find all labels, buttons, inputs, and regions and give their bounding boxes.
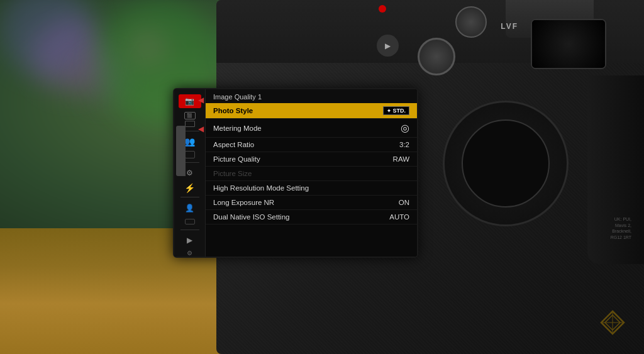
arrow-icon-1: ◀ (198, 96, 204, 104)
flash-icon: ⚡ (184, 183, 195, 193)
lvf-label: LVF (501, 22, 518, 31)
sidebar-divider-3 (180, 197, 199, 197)
diamond-watermark-icon (600, 310, 625, 335)
uk-regulatory-label: UK: PUI, Mavis 2, Bracknell, RG12 1RT (611, 216, 631, 241)
high-res-label: High Resolution Mode Setting (213, 184, 309, 192)
lens-mount-inner (462, 119, 550, 207)
std-star-icon: ✦ (387, 108, 391, 114)
aspect-ratio-value: 3:2 (399, 141, 409, 148)
sidebar-tab-flash[interactable]: ⚡ (179, 182, 201, 193)
frame-icon (185, 151, 195, 158)
metering-mode-value: ◎ (401, 122, 409, 134)
menu-item-aspect-ratio[interactable]: Aspect Ratio 3:2 (206, 138, 417, 152)
playback-button[interactable]: ▶ (377, 35, 399, 57)
setup-icon: ⚙ (187, 250, 192, 257)
play-icon: ▶ (187, 236, 192, 245)
image-icon: ⬛ (184, 112, 196, 119)
quality-icon (185, 121, 195, 127)
lcd-screen: 📷 ◀ ◀ ⬛ 👥 (173, 88, 418, 258)
dual-iso-label: Dual Native ISO Setting (213, 213, 289, 221)
menu-main-content: Image Quality 1 Photo Style ✦ STD. Meter… (206, 89, 417, 257)
photo-style-label: Photo Style (213, 107, 253, 114)
gear-icon: ⚙ (186, 169, 193, 177)
picture-quality-value: RAW (393, 155, 409, 163)
menu-title: Image Quality 1 (213, 93, 262, 101)
long-exposure-value: ON (399, 199, 409, 206)
screen-hinge (176, 126, 186, 176)
sidebar-subicons-2 (185, 151, 195, 158)
sidebar-arrows: ◀ ◀ (198, 96, 204, 133)
sidebar-tab-person[interactable]: 👤 (179, 201, 201, 215)
dual-iso-value: AUTO (389, 213, 409, 221)
menu-item-picture-quality[interactable]: Picture Quality RAW (206, 152, 417, 167)
menu-container: 📷 ◀ ◀ ⬛ 👥 (174, 89, 417, 257)
metering-mode-label: Metering Mode (213, 124, 262, 132)
menu-item-metering-mode[interactable]: Metering Mode ◎ (206, 119, 417, 138)
sidebar-divider-4 (180, 230, 199, 230)
sub-icon-extra (185, 219, 195, 224)
picture-size-label: Picture Size (213, 170, 252, 177)
photo-style-value: ✦ STD. (383, 106, 409, 115)
long-exposure-label: Long Exposure NR (213, 199, 274, 206)
aspect-ratio-label: Aspect Ratio (213, 141, 254, 148)
arrow-icon-2: ◀ (198, 124, 204, 133)
person-icon: 👤 (185, 204, 194, 213)
menu-item-dual-iso[interactable]: Dual Native ISO Setting AUTO (206, 210, 417, 224)
menu-item-picture-size: Picture Size (206, 167, 417, 181)
std-label: STD. (392, 108, 406, 114)
people-icon: 👥 (184, 136, 195, 147)
camera-icon: 📷 (185, 97, 194, 106)
menu-item-high-res[interactable]: High Resolution Mode Setting (206, 181, 417, 196)
metering-mode-icon: ◎ (401, 122, 409, 134)
mode-dial[interactable] (455, 6, 487, 38)
menu-item-photo-style[interactable]: Photo Style ✦ STD. (206, 103, 417, 119)
std-badge: ✦ STD. (383, 106, 409, 115)
viewfinder-eyepiece (531, 19, 606, 69)
sidebar-tab-setup[interactable]: ⚙ (185, 250, 195, 257)
sidebar-subicons-1: ⬛ (184, 112, 196, 127)
camera-indicator-light (379, 5, 386, 13)
menu-header: Image Quality 1 (206, 89, 417, 103)
picture-quality-label: Picture Quality (213, 155, 260, 163)
menu-item-long-exposure[interactable]: Long Exposure NR ON (206, 196, 417, 210)
sidebar-tab-playback[interactable]: ▶ (179, 233, 201, 247)
control-dial[interactable] (418, 38, 455, 75)
